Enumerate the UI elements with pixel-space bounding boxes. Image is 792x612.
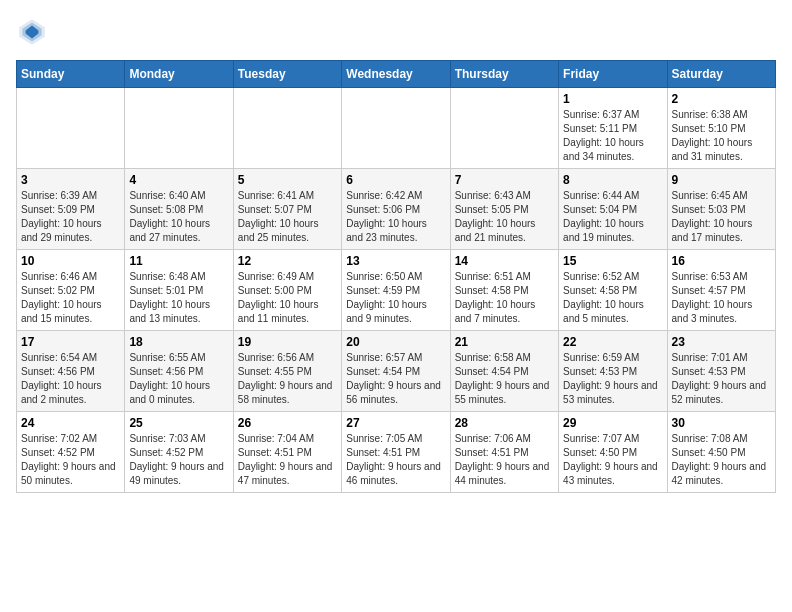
calendar-week-row: 10Sunrise: 6:46 AMSunset: 5:02 PMDayligh… — [17, 250, 776, 331]
day-number: 5 — [238, 173, 337, 187]
day-info: Sunrise: 6:51 AMSunset: 4:58 PMDaylight:… — [455, 270, 554, 326]
calendar-cell: 11Sunrise: 6:48 AMSunset: 5:01 PMDayligh… — [125, 250, 233, 331]
day-info: Sunrise: 7:01 AMSunset: 4:53 PMDaylight:… — [672, 351, 771, 407]
weekday-header: Tuesday — [233, 61, 341, 88]
calendar-cell: 15Sunrise: 6:52 AMSunset: 4:58 PMDayligh… — [559, 250, 667, 331]
calendar-cell: 16Sunrise: 6:53 AMSunset: 4:57 PMDayligh… — [667, 250, 775, 331]
day-info: Sunrise: 6:54 AMSunset: 4:56 PMDaylight:… — [21, 351, 120, 407]
day-number: 24 — [21, 416, 120, 430]
day-number: 4 — [129, 173, 228, 187]
calendar-cell — [17, 88, 125, 169]
day-info: Sunrise: 7:05 AMSunset: 4:51 PMDaylight:… — [346, 432, 445, 488]
calendar-cell: 19Sunrise: 6:56 AMSunset: 4:55 PMDayligh… — [233, 331, 341, 412]
day-info: Sunrise: 6:50 AMSunset: 4:59 PMDaylight:… — [346, 270, 445, 326]
day-number: 7 — [455, 173, 554, 187]
calendar-cell: 6Sunrise: 6:42 AMSunset: 5:06 PMDaylight… — [342, 169, 450, 250]
day-number: 23 — [672, 335, 771, 349]
day-number: 1 — [563, 92, 662, 106]
calendar-cell: 10Sunrise: 6:46 AMSunset: 5:02 PMDayligh… — [17, 250, 125, 331]
day-number: 11 — [129, 254, 228, 268]
day-number: 15 — [563, 254, 662, 268]
calendar-cell: 21Sunrise: 6:58 AMSunset: 4:54 PMDayligh… — [450, 331, 558, 412]
logo — [16, 16, 52, 48]
page-header — [16, 16, 776, 48]
calendar-cell: 22Sunrise: 6:59 AMSunset: 4:53 PMDayligh… — [559, 331, 667, 412]
day-number: 10 — [21, 254, 120, 268]
calendar-cell: 13Sunrise: 6:50 AMSunset: 4:59 PMDayligh… — [342, 250, 450, 331]
calendar-cell: 7Sunrise: 6:43 AMSunset: 5:05 PMDaylight… — [450, 169, 558, 250]
day-info: Sunrise: 6:48 AMSunset: 5:01 PMDaylight:… — [129, 270, 228, 326]
day-info: Sunrise: 7:07 AMSunset: 4:50 PMDaylight:… — [563, 432, 662, 488]
day-number: 14 — [455, 254, 554, 268]
calendar-cell: 4Sunrise: 6:40 AMSunset: 5:08 PMDaylight… — [125, 169, 233, 250]
calendar-cell: 5Sunrise: 6:41 AMSunset: 5:07 PMDaylight… — [233, 169, 341, 250]
day-number: 27 — [346, 416, 445, 430]
day-info: Sunrise: 6:49 AMSunset: 5:00 PMDaylight:… — [238, 270, 337, 326]
weekday-header: Friday — [559, 61, 667, 88]
day-info: Sunrise: 6:40 AMSunset: 5:08 PMDaylight:… — [129, 189, 228, 245]
day-number: 26 — [238, 416, 337, 430]
calendar-cell: 25Sunrise: 7:03 AMSunset: 4:52 PMDayligh… — [125, 412, 233, 493]
day-number: 3 — [21, 173, 120, 187]
calendar-table: SundayMondayTuesdayWednesdayThursdayFrid… — [16, 60, 776, 493]
day-number: 13 — [346, 254, 445, 268]
calendar-cell: 12Sunrise: 6:49 AMSunset: 5:00 PMDayligh… — [233, 250, 341, 331]
calendar-cell: 14Sunrise: 6:51 AMSunset: 4:58 PMDayligh… — [450, 250, 558, 331]
day-info: Sunrise: 6:55 AMSunset: 4:56 PMDaylight:… — [129, 351, 228, 407]
logo-icon — [16, 16, 48, 48]
calendar-week-row: 1Sunrise: 6:37 AMSunset: 5:11 PMDaylight… — [17, 88, 776, 169]
calendar-cell — [342, 88, 450, 169]
day-number: 2 — [672, 92, 771, 106]
day-number: 16 — [672, 254, 771, 268]
weekday-header: Wednesday — [342, 61, 450, 88]
calendar-cell: 18Sunrise: 6:55 AMSunset: 4:56 PMDayligh… — [125, 331, 233, 412]
calendar-cell: 23Sunrise: 7:01 AMSunset: 4:53 PMDayligh… — [667, 331, 775, 412]
day-number: 22 — [563, 335, 662, 349]
calendar-cell: 27Sunrise: 7:05 AMSunset: 4:51 PMDayligh… — [342, 412, 450, 493]
day-info: Sunrise: 6:57 AMSunset: 4:54 PMDaylight:… — [346, 351, 445, 407]
calendar-cell: 9Sunrise: 6:45 AMSunset: 5:03 PMDaylight… — [667, 169, 775, 250]
day-info: Sunrise: 7:03 AMSunset: 4:52 PMDaylight:… — [129, 432, 228, 488]
day-number: 29 — [563, 416, 662, 430]
calendar-week-row: 24Sunrise: 7:02 AMSunset: 4:52 PMDayligh… — [17, 412, 776, 493]
day-number: 6 — [346, 173, 445, 187]
calendar-cell: 24Sunrise: 7:02 AMSunset: 4:52 PMDayligh… — [17, 412, 125, 493]
day-info: Sunrise: 6:37 AMSunset: 5:11 PMDaylight:… — [563, 108, 662, 164]
day-info: Sunrise: 6:43 AMSunset: 5:05 PMDaylight:… — [455, 189, 554, 245]
day-info: Sunrise: 6:53 AMSunset: 4:57 PMDaylight:… — [672, 270, 771, 326]
day-number: 30 — [672, 416, 771, 430]
day-number: 17 — [21, 335, 120, 349]
calendar-cell: 30Sunrise: 7:08 AMSunset: 4:50 PMDayligh… — [667, 412, 775, 493]
day-number: 21 — [455, 335, 554, 349]
day-number: 9 — [672, 173, 771, 187]
calendar-cell — [125, 88, 233, 169]
calendar-cell: 2Sunrise: 6:38 AMSunset: 5:10 PMDaylight… — [667, 88, 775, 169]
day-number: 28 — [455, 416, 554, 430]
day-info: Sunrise: 6:56 AMSunset: 4:55 PMDaylight:… — [238, 351, 337, 407]
weekday-header: Saturday — [667, 61, 775, 88]
weekday-header: Monday — [125, 61, 233, 88]
day-info: Sunrise: 6:41 AMSunset: 5:07 PMDaylight:… — [238, 189, 337, 245]
day-info: Sunrise: 7:06 AMSunset: 4:51 PMDaylight:… — [455, 432, 554, 488]
calendar-cell: 26Sunrise: 7:04 AMSunset: 4:51 PMDayligh… — [233, 412, 341, 493]
day-info: Sunrise: 6:39 AMSunset: 5:09 PMDaylight:… — [21, 189, 120, 245]
day-info: Sunrise: 6:46 AMSunset: 5:02 PMDaylight:… — [21, 270, 120, 326]
calendar-cell: 20Sunrise: 6:57 AMSunset: 4:54 PMDayligh… — [342, 331, 450, 412]
day-number: 12 — [238, 254, 337, 268]
day-info: Sunrise: 7:02 AMSunset: 4:52 PMDaylight:… — [21, 432, 120, 488]
day-info: Sunrise: 6:59 AMSunset: 4:53 PMDaylight:… — [563, 351, 662, 407]
day-number: 18 — [129, 335, 228, 349]
calendar-cell — [233, 88, 341, 169]
day-number: 20 — [346, 335, 445, 349]
calendar-cell: 28Sunrise: 7:06 AMSunset: 4:51 PMDayligh… — [450, 412, 558, 493]
day-info: Sunrise: 7:04 AMSunset: 4:51 PMDaylight:… — [238, 432, 337, 488]
calendar-cell: 1Sunrise: 6:37 AMSunset: 5:11 PMDaylight… — [559, 88, 667, 169]
day-number: 25 — [129, 416, 228, 430]
day-info: Sunrise: 6:42 AMSunset: 5:06 PMDaylight:… — [346, 189, 445, 245]
calendar-cell: 29Sunrise: 7:07 AMSunset: 4:50 PMDayligh… — [559, 412, 667, 493]
weekday-header: Thursday — [450, 61, 558, 88]
calendar-cell: 3Sunrise: 6:39 AMSunset: 5:09 PMDaylight… — [17, 169, 125, 250]
weekday-header: Sunday — [17, 61, 125, 88]
day-info: Sunrise: 7:08 AMSunset: 4:50 PMDaylight:… — [672, 432, 771, 488]
calendar-cell: 8Sunrise: 6:44 AMSunset: 5:04 PMDaylight… — [559, 169, 667, 250]
